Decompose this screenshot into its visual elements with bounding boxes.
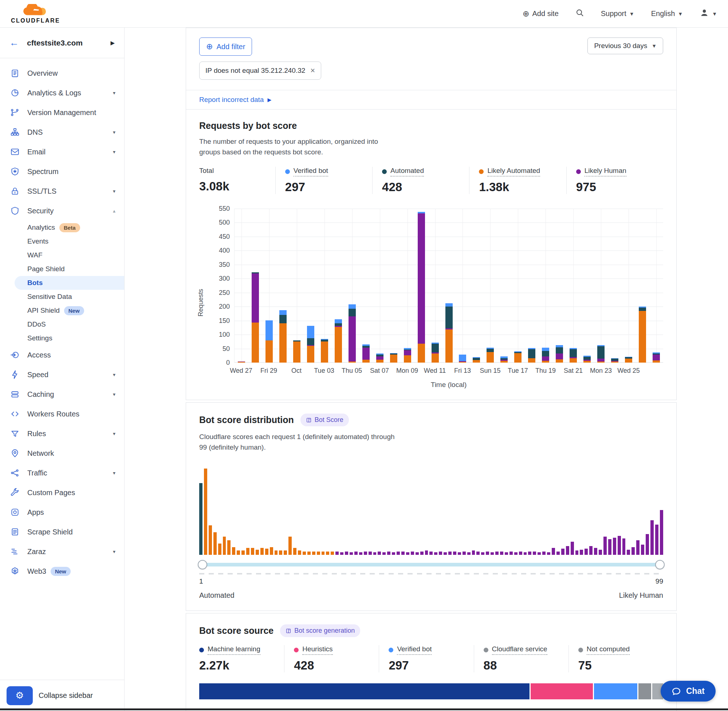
stacked-bar[interactable] bbox=[653, 353, 660, 363]
segment-likely-automated bbox=[293, 341, 300, 363]
stacked-bar[interactable] bbox=[431, 342, 439, 363]
language-menu[interactable]: English ▼ bbox=[651, 9, 683, 18]
stacked-bar[interactable] bbox=[335, 319, 342, 363]
segment-verified-bot bbox=[335, 319, 342, 324]
stacked-bar[interactable] bbox=[556, 345, 563, 363]
sidebar-subitem-ddos[interactable]: DDoS bbox=[0, 317, 124, 331]
stacked-bar[interactable] bbox=[279, 310, 286, 363]
account-menu[interactable]: ▼ bbox=[700, 8, 717, 19]
histogram-bar-score-98 bbox=[655, 525, 659, 555]
sidebar-subitem-analytics[interactable]: AnalyticsBeta bbox=[0, 221, 124, 235]
slider-handle-min[interactable] bbox=[198, 560, 207, 569]
stacked-bar[interactable] bbox=[238, 361, 245, 363]
preferences-gear-button[interactable]: ⚙ bbox=[7, 686, 33, 705]
site-switcher-caret-icon[interactable]: ▶ bbox=[110, 40, 115, 46]
slider-handle-max[interactable] bbox=[655, 560, 665, 569]
sidebar-item-speed[interactable]: Speed▾ bbox=[0, 365, 124, 385]
stat-value: 297 bbox=[285, 180, 365, 194]
segment-automated bbox=[556, 347, 563, 354]
stacked-bar[interactable] bbox=[473, 357, 480, 363]
sidebar-subitem-events[interactable]: Events bbox=[0, 235, 124, 248]
date-range-dropdown[interactable]: Previous 30 days ▼ bbox=[588, 37, 663, 54]
stacked-bar[interactable] bbox=[459, 355, 466, 363]
stacked-bar[interactable] bbox=[321, 339, 328, 363]
search-icon[interactable] bbox=[575, 8, 584, 19]
remove-filter-icon[interactable]: × bbox=[310, 66, 315, 75]
support-menu[interactable]: Support ▼ bbox=[601, 9, 634, 18]
sidebar-item-apps[interactable]: Apps bbox=[0, 502, 124, 522]
stacked-bar[interactable] bbox=[611, 358, 619, 363]
sidebar-item-caching[interactable]: Caching▾ bbox=[0, 385, 124, 404]
sidebar-item-network[interactable]: Network bbox=[0, 443, 124, 463]
chat-button[interactable]: Chat bbox=[661, 681, 716, 702]
sidebar-subitem-label: Bots bbox=[27, 279, 43, 287]
score-range-slider bbox=[199, 560, 663, 569]
stacked-bar[interactable] bbox=[390, 353, 397, 363]
segment-likely-automated bbox=[431, 354, 439, 363]
bot-score-generation-badge[interactable]: Bot score generation bbox=[280, 624, 360, 637]
stack-icon bbox=[10, 389, 20, 399]
slider-left-caption: Automated bbox=[199, 591, 235, 600]
y-tick-label: 550 bbox=[219, 205, 230, 212]
histogram-bar-score-88 bbox=[608, 539, 611, 555]
sidebar-item-rules[interactable]: Rules▾ bbox=[0, 424, 124, 443]
sidebar-item-ssl-tls[interactable]: SSL/TLS▾ bbox=[0, 181, 124, 201]
stacked-bar[interactable] bbox=[445, 303, 453, 363]
sidebar-item-overview[interactable]: Overview bbox=[0, 63, 124, 83]
sidebar-subitem-bots[interactable]: Bots bbox=[15, 276, 124, 290]
sidebar-item-email[interactable]: Email▾ bbox=[0, 142, 124, 162]
sidebar-item-workers-routes[interactable]: Workers Routes bbox=[0, 404, 124, 424]
add-site-button[interactable]: ⊕ Add site bbox=[523, 9, 559, 19]
sidebar-subitem-sensitive-data[interactable]: Sensitive Data bbox=[0, 290, 124, 304]
slider-track[interactable] bbox=[199, 563, 663, 566]
add-filter-button[interactable]: ⊕ Add filter bbox=[199, 37, 252, 56]
source-stats-row: Machine learning2.27kHeuristics428Verifi… bbox=[199, 645, 663, 673]
stacked-bar[interactable] bbox=[362, 344, 370, 363]
sidebar-item-version-management[interactable]: Version Management bbox=[0, 103, 124, 122]
sidebar-item-dns[interactable]: DNS▾ bbox=[0, 122, 124, 142]
sidebar-item-security[interactable]: Security▴ bbox=[0, 201, 124, 221]
stacked-bar[interactable] bbox=[583, 356, 591, 363]
stacked-bar[interactable] bbox=[418, 212, 425, 363]
stacked-bar[interactable] bbox=[348, 304, 356, 363]
sidebar-item-zaraz[interactable]: Zaraz▾ bbox=[0, 542, 124, 561]
stacked-bar[interactable] bbox=[597, 345, 604, 363]
report-incorrect-data-link[interactable]: Report incorrect data ▶ bbox=[199, 96, 271, 104]
stacked-bar[interactable] bbox=[266, 320, 273, 363]
stacked-bar[interactable] bbox=[404, 348, 411, 363]
sidebar-item-access[interactable]: Access bbox=[0, 345, 124, 365]
stacked-bar[interactable] bbox=[570, 348, 577, 363]
stacked-bar[interactable] bbox=[625, 357, 632, 363]
sidebar-item-label: Traffic bbox=[27, 469, 47, 477]
sidebar-item-scrape-shield[interactable]: Scrape Shield bbox=[0, 522, 124, 542]
collapse-sidebar-label[interactable]: Collapse sidebar bbox=[38, 691, 93, 700]
sidebar-item-custom-pages[interactable]: Custom Pages bbox=[0, 483, 124, 502]
stacked-bar[interactable] bbox=[542, 348, 549, 363]
bot-score-badge[interactable]: Bot Score bbox=[300, 413, 349, 426]
sidebar-item-traffic[interactable]: Traffic▾ bbox=[0, 463, 124, 483]
date-range-label: Previous 30 days bbox=[594, 42, 647, 50]
sidebar-item-spectrum[interactable]: Spectrum bbox=[0, 162, 124, 181]
chevron-down-icon: ▾ bbox=[113, 188, 115, 194]
histogram-bar-score-28 bbox=[326, 552, 329, 555]
stacked-bar[interactable] bbox=[252, 272, 259, 363]
stacked-bar[interactable] bbox=[307, 326, 314, 363]
stacked-bar[interactable] bbox=[514, 351, 521, 363]
sidebar-subitem-label: WAF bbox=[27, 251, 43, 259]
mail-icon bbox=[10, 147, 20, 156]
sidebar-subitem-waf[interactable]: WAF bbox=[0, 248, 124, 262]
stacked-bar[interactable] bbox=[528, 348, 535, 363]
stacked-bar[interactable] bbox=[501, 356, 508, 363]
stacked-bar[interactable] bbox=[293, 341, 300, 363]
sidebar-subitem-api-shield[interactable]: API ShieldNew bbox=[0, 304, 124, 317]
sidebar-subitem-page-shield[interactable]: Page Shield bbox=[0, 262, 124, 276]
stacked-bar[interactable] bbox=[639, 307, 646, 363]
stacked-bar[interactable] bbox=[376, 354, 384, 363]
sidebar-subitem-settings[interactable]: Settings bbox=[0, 331, 124, 345]
segment-likely-automated bbox=[321, 341, 328, 363]
sidebar-item-web3[interactable]: Web3New bbox=[0, 561, 124, 581]
back-arrow-icon[interactable]: ← bbox=[9, 37, 19, 49]
stacked-bar[interactable] bbox=[487, 348, 494, 363]
sidebar-item-analytics-logs[interactable]: Analytics & Logs▾ bbox=[0, 83, 124, 103]
slider-tick-marks bbox=[199, 573, 663, 574]
